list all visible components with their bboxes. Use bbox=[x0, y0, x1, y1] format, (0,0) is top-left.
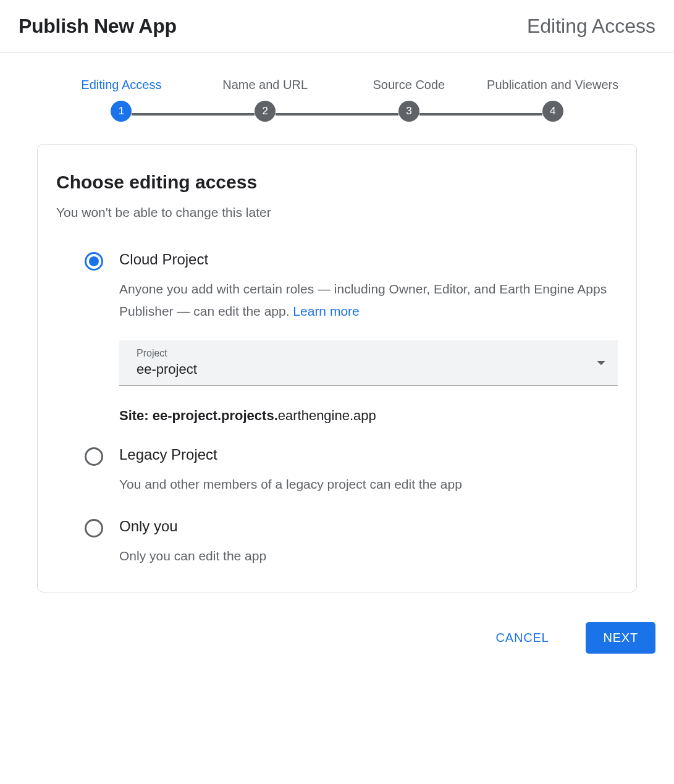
option-title: Cloud Project bbox=[119, 251, 618, 268]
option-only-you: Only you Only you can edit the app bbox=[56, 518, 618, 567]
next-button[interactable]: NEXT bbox=[586, 622, 655, 654]
project-select-value: ee-project bbox=[137, 361, 197, 377]
dialog-header: Publish New App Editing Access bbox=[0, 0, 674, 53]
project-select[interactable]: Project ee-project bbox=[119, 340, 618, 386]
step-editing-access[interactable]: Editing Access 1 bbox=[49, 78, 193, 122]
project-select-label: Project bbox=[137, 348, 197, 359]
option-description: You and other members of a legacy projec… bbox=[119, 473, 618, 495]
option-description: Only you can edit the app bbox=[119, 545, 618, 567]
step-label: Name and URL bbox=[222, 78, 308, 92]
option-legacy-project: Legacy Project You and other members of … bbox=[56, 446, 618, 495]
editing-access-card: Choose editing access You won't be able … bbox=[37, 144, 637, 592]
dialog-step-name: Editing Access bbox=[527, 15, 655, 38]
option-title: Legacy Project bbox=[119, 446, 618, 463]
step-number-icon: 1 bbox=[111, 101, 132, 122]
stepper: Editing Access 1 Name and URL 2 Source C… bbox=[37, 78, 637, 122]
step-label: Publication and Viewers bbox=[487, 78, 618, 92]
learn-more-link[interactable]: Learn more bbox=[293, 304, 359, 318]
card-subtitle: You won't be able to change this later bbox=[56, 205, 618, 220]
dialog-title: Publish New App bbox=[19, 15, 177, 38]
step-number-icon: 4 bbox=[542, 101, 563, 122]
radio-legacy-project[interactable] bbox=[85, 447, 103, 466]
option-description: Anyone you add with certain roles — incl… bbox=[119, 278, 618, 322]
dialog-footer: CANCEL NEXT bbox=[0, 605, 674, 672]
card-title: Choose editing access bbox=[56, 172, 618, 193]
step-number-icon: 3 bbox=[398, 101, 419, 122]
radio-cloud-project[interactable] bbox=[85, 252, 103, 271]
chevron-down-icon bbox=[597, 361, 605, 365]
option-title: Only you bbox=[119, 518, 618, 535]
step-label: Source Code bbox=[373, 78, 445, 92]
cancel-button[interactable]: CANCEL bbox=[479, 622, 567, 654]
site-url: Site: ee-project.projects.earthengine.ap… bbox=[119, 408, 618, 424]
radio-only-you[interactable] bbox=[85, 519, 103, 537]
step-number-icon: 2 bbox=[255, 101, 276, 122]
option-cloud-project: Cloud Project Anyone you add with certai… bbox=[56, 251, 618, 424]
step-label: Editing Access bbox=[81, 78, 161, 92]
